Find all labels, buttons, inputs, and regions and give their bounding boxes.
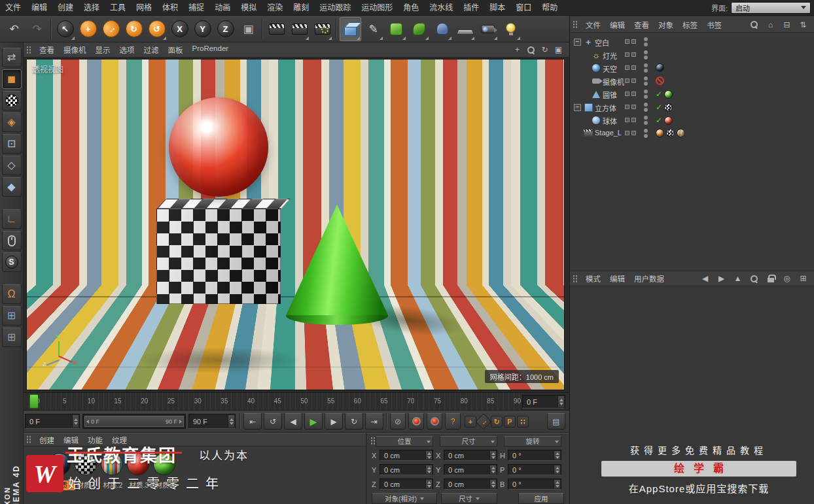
material-slot[interactable]: 材质.3 [127, 453, 152, 499]
add-cube-button[interactable] [340, 17, 361, 41]
next-frame-button[interactable]: ▶ [325, 413, 343, 429]
goto-end-button[interactable]: ⇥ [365, 413, 383, 429]
x-axis-lock-button[interactable]: X [169, 17, 190, 41]
coordinate-header-dropdown[interactable]: 尺寸 [440, 436, 497, 446]
next-key-button[interactable]: ↻ [345, 413, 363, 429]
attribute-manager-menu-item[interactable]: 用户数据 [629, 273, 669, 284]
interface-select[interactable]: 启动 [731, 2, 811, 14]
forward-icon[interactable]: ▶ [716, 274, 727, 284]
enable-axis-button[interactable]: ∟ [2, 209, 22, 229]
previous-frame-button[interactable]: ◀ [284, 413, 302, 429]
recent-tool[interactable]: ↺ [146, 17, 168, 41]
viewport-solo-button[interactable] [2, 231, 22, 250]
toggle-view-icon[interactable]: ▣ [553, 45, 564, 55]
scroll-icon[interactable]: ⇅ [798, 20, 809, 29]
key-parameter-toggle[interactable]: P [504, 416, 516, 428]
stepper-icon[interactable] [554, 451, 560, 460]
timeline-frame-field[interactable]: 0 F [522, 395, 565, 409]
sky-material-tag[interactable] [656, 63, 664, 72]
viewport-menu-item[interactable]: 显示 [91, 44, 115, 55]
texture-mode-button[interactable] [2, 91, 22, 110]
viewport-menu-item[interactable]: 过滤 [139, 44, 164, 55]
menubar-item[interactable]: 流水线 [424, 1, 458, 15]
polygons-mode-button[interactable]: ◆ [2, 177, 22, 197]
stepper-icon[interactable] [489, 480, 496, 488]
y-axis-lock-button[interactable]: Y [192, 17, 213, 41]
perspective-viewport[interactable]: 透视视图 网格间距：1000 cm X Y Z [26, 59, 565, 390]
subdivision-surface-button[interactable] [385, 17, 407, 41]
apply-button[interactable]: 应用 [518, 493, 564, 504]
coordinate-field[interactable]: 0 ° [508, 479, 561, 490]
collapse-icon[interactable]: ⊟ [781, 20, 792, 29]
visibility-dots[interactable] [644, 103, 648, 112]
material-menu-item[interactable]: 编辑 [59, 435, 83, 445]
menubar-item[interactable]: 网格 [131, 1, 157, 15]
stepper-icon[interactable] [228, 415, 234, 428]
object-manager-menu-item[interactable]: 查看 [629, 20, 654, 30]
menubar-item[interactable]: 编辑 [26, 1, 52, 15]
viewport-menu-item[interactable]: 面板 [164, 44, 188, 55]
move-tool[interactable]: + [77, 17, 99, 41]
stepper-icon[interactable] [489, 465, 496, 474]
menubar-item[interactable]: 体积 [157, 1, 183, 15]
visibility-dots[interactable] [644, 50, 648, 59]
enabled-check-icon[interactable]: ✓ [656, 90, 662, 99]
visibility-dots[interactable] [644, 116, 648, 125]
material-thumbnail[interactable] [101, 453, 123, 475]
timeline-playhead[interactable] [29, 394, 39, 409]
coordinate-header-dropdown[interactable]: 位置 [376, 436, 433, 446]
attribute-manager-menu-item[interactable]: 编辑 [605, 273, 629, 284]
preview-range-bar[interactable]: 0 F 90 F [84, 416, 184, 427]
menubar-item[interactable]: 帮助 [537, 1, 563, 15]
render-settings-button[interactable] [311, 17, 333, 41]
menubar-item[interactable]: 选择 [79, 1, 105, 15]
object-manager-menu-item[interactable]: 编辑 [605, 20, 629, 30]
help-button[interactable]: ? [445, 413, 461, 429]
coordinate-field[interactable]: 0 cm [380, 464, 433, 475]
attribute-manager-menu-item[interactable]: 模式 [581, 273, 605, 284]
stepper-icon[interactable] [554, 480, 560, 488]
stepper-icon[interactable] [557, 396, 564, 407]
coordinate-field[interactable]: 0 cm [444, 479, 497, 490]
viewport-menu-item[interactable]: 选项 [115, 44, 139, 55]
menubar-item[interactable]: 渲染 [262, 1, 288, 15]
stepper-icon[interactable] [554, 465, 560, 474]
redo-button[interactable]: ↷ [26, 17, 48, 41]
lock-icon[interactable] [765, 274, 776, 284]
menubar-item[interactable]: 动画 [209, 1, 236, 15]
object-row[interactable]: −立方体✓ [570, 101, 814, 114]
previous-key-button[interactable]: ↺ [264, 413, 282, 429]
play-button[interactable]: ▶ [304, 413, 323, 429]
object-row[interactable]: 球体✓ [570, 114, 814, 127]
timeline-ruler[interactable]: 051015202530354045505560657075808590 0 F [24, 392, 569, 411]
workplane-mode-button[interactable]: ◈ [2, 112, 22, 132]
object-manager-menu-item[interactable]: 标签 [678, 20, 702, 30]
panel-grip-icon[interactable] [26, 435, 32, 444]
menubar-item[interactable]: 工具 [105, 1, 131, 15]
stepper-icon[interactable] [72, 415, 79, 428]
make-editable-button[interactable]: ⇄ [2, 48, 22, 67]
expand-toggle[interactable]: − [574, 104, 581, 111]
viewport-menu-item[interactable]: 查看 [35, 44, 59, 55]
coordinate-system-dropdown[interactable]: 对象(相对) [372, 493, 437, 504]
no-entry-tag[interactable] [656, 76, 664, 85]
key-rotation-toggle[interactable]: ↻ [491, 416, 503, 428]
key-scale-toggle[interactable]: ↔ [475, 413, 491, 429]
menubar-item[interactable]: 运动跟踪 [314, 1, 356, 15]
enabled-check-icon[interactable]: ✓ [656, 103, 662, 112]
undo-button[interactable]: ↶ [3, 17, 25, 41]
pen-tool-button[interactable]: ✎ [363, 17, 384, 41]
rotate-view-icon[interactable]: ↻ [539, 45, 550, 55]
stepper-icon[interactable] [425, 465, 432, 474]
coordinate-field[interactable]: 0 cm [380, 479, 433, 490]
target-icon[interactable]: ◎ [781, 274, 792, 284]
material-menu-item[interactable]: 纹理 [107, 435, 132, 445]
material-thumbnail[interactable] [75, 453, 97, 475]
light-button[interactable] [500, 17, 522, 41]
floor-button[interactable] [454, 17, 476, 41]
menubar-item[interactable]: 窗口 [510, 1, 537, 15]
volume-button[interactable] [431, 17, 453, 41]
stepper-icon[interactable] [489, 451, 496, 460]
object-row[interactable]: ☼灯光 [570, 48, 814, 61]
menubar-item[interactable]: 创建 [52, 1, 79, 15]
